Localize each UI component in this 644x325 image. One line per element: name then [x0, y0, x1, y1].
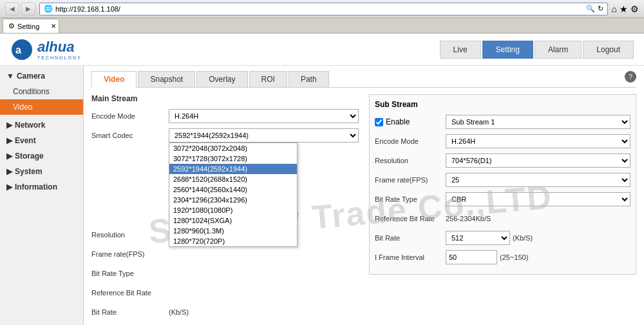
bit-rate-unit: (Kb/S) [169, 308, 189, 316]
forward-button[interactable]: ▶ [21, 3, 35, 15]
home-icon[interactable]: ⌂ [612, 4, 617, 14]
network-arrow-icon: ▶ [6, 121, 12, 130]
sub-ref-bit-rate-label: Reference Bit Rate [375, 215, 446, 222]
sub-bit-rate-type-select[interactable]: CBR [446, 192, 630, 206]
sub-bit-rate-select[interactable]: 512 [446, 231, 510, 245]
sub-resolution-label: Resolution [375, 157, 446, 164]
dropdown-item-8[interactable]: 1280*960(1.3M) [169, 226, 297, 236]
star-icon[interactable]: ★ [620, 4, 628, 14]
tab-close-icon[interactable]: ✕ [51, 23, 56, 30]
tab-bar: ⚙ Setting ✕ [0, 18, 644, 34]
nav-setting[interactable]: Setting [482, 41, 533, 59]
resolution-label: Resolution [91, 231, 169, 239]
svg-point-0 [12, 39, 32, 60]
nav-alarm[interactable]: Alarm [535, 41, 582, 59]
sub-bit-rate-type-row: Bit Rate Type CBR [375, 192, 630, 207]
sidebar-item-network[interactable]: ▶ Network [0, 117, 83, 133]
content-columns: Main Stream Encode Mode H.264H Smart Cod… [91, 94, 636, 325]
app-wrapper: a alhua TECHNOLOGY Live Setting Alarm Lo… [0, 34, 644, 325]
camera-arrow-icon: ▼ [6, 72, 14, 81]
sub-ref-bit-rate-row: Reference Bit Rate 256-2304Kb/S [375, 211, 630, 226]
sub-frame-rate-select[interactable]: 25 [446, 173, 630, 187]
sub-encode-mode-label: Encode Mode [375, 137, 446, 145]
sub-i-frame-label: I Frame Interval [375, 253, 446, 261]
bit-rate-row: Bit Rate (Kb/S) [91, 304, 359, 320]
sub-encode-mode-select[interactable]: H.264H [446, 134, 630, 148]
svg-text:a: a [15, 44, 21, 55]
enable-label: Enable [386, 117, 410, 126]
help-icon[interactable]: ? [625, 71, 636, 83]
tab-roi[interactable]: ROI [249, 71, 287, 87]
dropdown-item-4[interactable]: 2560*1440(2560x1440) [169, 184, 297, 195]
app-header: a alhua TECHNOLOGY Live Setting Alarm Lo… [0, 34, 644, 66]
tab-video[interactable]: Video [91, 71, 137, 88]
sub-bit-rate-type-label: Bit Rate Type [375, 195, 446, 203]
ref-bit-rate-label: Reference Bit Rate [91, 289, 169, 297]
event-arrow-icon: ▶ [6, 136, 12, 145]
tab-snapshot[interactable]: Snapshot [138, 71, 195, 87]
sub-stream-title: Sub Stream [375, 100, 630, 109]
dahua-logo-icon: a [10, 38, 33, 61]
sub-bit-rate-label: Bit Rate [375, 234, 446, 242]
enable-row: Enable Sub Stream 1 [375, 114, 630, 130]
sub-tabs: Video Snapshot Overlay ROI Path ? [91, 71, 636, 88]
nav-live[interactable]: Live [440, 41, 481, 59]
frame-rate-row: Frame rate(FPS) [91, 246, 359, 262]
dropdown-item-7[interactable]: 1280*1024(SXGA) [169, 215, 297, 226]
sub-frame-rate-label: Frame rate(FPS) [375, 176, 446, 184]
smart-codec-row: Smart Codec 2592*1944(2592x1944) 3072*20… [91, 128, 359, 143]
sub-resolution-select[interactable]: 704*576(D1) [446, 153, 630, 168]
nav-logout[interactable]: Logout [583, 41, 634, 59]
smart-codec-label: Smart Codec [91, 132, 169, 139]
sub-stream-select[interactable]: Sub Stream 1 [446, 115, 630, 129]
dropdown-item-6[interactable]: 1920*1080(1080P) [169, 205, 297, 215]
dropdown-item-9[interactable]: 1280*720(720P) [169, 236, 297, 246]
dropdown-item-5[interactable]: 2304*1296(2304x1296) [169, 195, 297, 205]
resolution-dropdown-list[interactable]: 3072*2048(3072x2048) 3072*1728(3072x1728… [169, 143, 298, 247]
dropdown-item-1[interactable]: 3072*1728(3072x1728) [169, 153, 297, 164]
sub-i-frame-input[interactable] [446, 250, 497, 264]
enable-checkbox[interactable] [375, 118, 383, 126]
dropdown-item-2[interactable]: 2592*1944(2592x1944) [169, 164, 297, 174]
sub-i-frame-row: I Frame Interval (25~150) [375, 250, 630, 265]
sidebar-item-video[interactable]: Video [0, 99, 83, 115]
tab-spacer [330, 71, 625, 87]
sub-ref-bit-rate-value: 256-2304Kb/S [446, 215, 491, 222]
sidebar-section-camera: ▼ Camera Conditions Video [0, 66, 83, 117]
smart-codec-select[interactable]: 2592*1944(2592x1944) [169, 128, 359, 143]
sidebar-item-system[interactable]: ▶ System [0, 164, 83, 179]
dropdown-item-0[interactable]: 3072*2048(3072x2048) [169, 143, 297, 153]
bit-rate-type-label: Bit Rate Type [91, 270, 169, 277]
sidebar-item-conditions[interactable]: Conditions [0, 84, 83, 99]
system-arrow-icon: ▶ [6, 167, 12, 176]
encode-mode-select[interactable]: H.264H [169, 109, 359, 123]
browser-tab-setting[interactable]: ⚙ Setting ✕ [3, 19, 59, 33]
refresh-icon[interactable]: ↻ [598, 5, 603, 13]
tab-overlay[interactable]: Overlay [196, 71, 247, 87]
ref-bit-rate-row: Reference Bit Rate [91, 285, 359, 300]
logo-brand: alhua [37, 39, 82, 55]
dropdown-item-3[interactable]: 2688*1520(2688x1520) [169, 174, 297, 184]
information-arrow-icon: ▶ [6, 182, 12, 192]
sub-resolution-row: Resolution 704*576(D1) [375, 153, 630, 168]
url-input[interactable] [55, 5, 583, 13]
sub-bit-rate-unit: (Kb/S) [513, 234, 533, 242]
sub-encode-mode-row: Encode Mode H.264H [375, 133, 630, 149]
sidebar-item-camera: ▼ Camera [0, 68, 83, 84]
sub-stream-panel: Sub Stream Enable Sub Stream 1 [369, 94, 636, 325]
frame-rate-label: Frame rate(FPS) [91, 250, 169, 258]
sidebar-item-information[interactable]: ▶ Information [0, 179, 83, 195]
bit-rate-label: Bit Rate [91, 308, 169, 316]
smart-codec-dropdown-container: 2592*1944(2592x1944) 3072*2048(3072x2048… [169, 128, 359, 143]
encode-mode-label: Encode Mode [91, 112, 169, 120]
tab-path[interactable]: Path [289, 71, 329, 87]
sidebar-item-event[interactable]: ▶ Event [0, 133, 83, 148]
logo-area: a alhua TECHNOLOGY [10, 38, 82, 61]
back-button[interactable]: ◀ [5, 3, 19, 15]
search-icon[interactable]: 🔍 [586, 5, 595, 13]
settings-icon[interactable]: ⚙ [630, 4, 639, 14]
sub-frame-rate-row: Frame rate(FPS) 25 [375, 172, 630, 188]
logo-text-area: alhua TECHNOLOGY [37, 39, 82, 60]
sidebar-item-storage[interactable]: ▶ Storage [0, 148, 83, 164]
main-stream-title: Main Stream [91, 94, 359, 103]
